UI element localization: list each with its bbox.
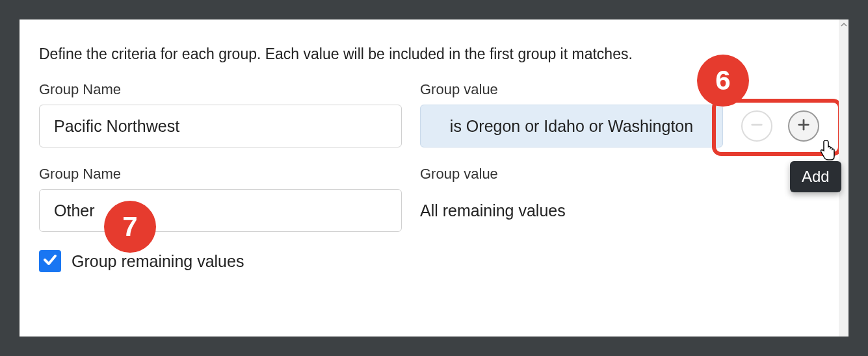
checkmark-icon xyxy=(42,252,58,270)
group-name-input[interactable] xyxy=(39,189,402,232)
group-value-label: Group value xyxy=(420,166,819,183)
group-name-input[interactable] xyxy=(39,105,402,147)
group-value-column: Group value All remaining values xyxy=(420,166,819,232)
callout-badge-6: 6 xyxy=(697,55,749,107)
add-tooltip: Add xyxy=(790,161,841,192)
group-name-column: Group Name xyxy=(39,81,402,147)
remove-group-button[interactable] xyxy=(741,110,772,142)
group-remaining-row: Group remaining values xyxy=(39,250,819,272)
group-name-label: Group Name xyxy=(39,166,402,183)
group-name-column: Group Name xyxy=(39,166,402,232)
group-value-column: Group value is Oregon or Idaho or Washin… xyxy=(420,81,723,147)
group-value-static: All remaining values xyxy=(420,189,819,232)
group-value-label: Group value xyxy=(420,81,723,98)
callout-badge-7: 7 xyxy=(104,201,156,253)
group-row: Group Name Group value All remaining val… xyxy=(39,166,819,232)
scrollbar-up-button[interactable] xyxy=(839,19,848,29)
instruction-text: Define the criteria for each group. Each… xyxy=(39,45,819,63)
group-value-display[interactable]: is Oregon or Idaho or Washington xyxy=(420,105,723,147)
group-remaining-label: Group remaining values xyxy=(72,252,244,271)
group-name-label: Group Name xyxy=(39,81,402,98)
group-remaining-checkbox[interactable] xyxy=(39,250,61,272)
add-group-button[interactable] xyxy=(788,110,819,142)
row-action-buttons xyxy=(741,105,819,147)
plus-icon xyxy=(796,118,811,134)
minus-icon xyxy=(750,118,764,134)
